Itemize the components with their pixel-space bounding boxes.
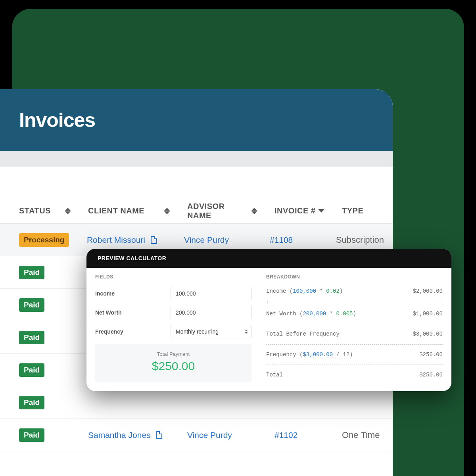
cell-type: One Time xyxy=(333,430,393,440)
advisor-link[interactable]: Vince Purdy xyxy=(187,430,232,440)
table-row[interactable]: Paid xyxy=(0,386,393,419)
column-header-client[interactable]: CLIENT NAME xyxy=(79,206,178,215)
column-header-type[interactable]: TYPE xyxy=(333,206,393,215)
column-label: TYPE xyxy=(342,206,363,215)
status-badge: Paid xyxy=(19,298,44,312)
breakdown-var: 100,000 xyxy=(293,288,316,294)
status-badge: Paid xyxy=(19,266,44,279)
breakdown-result: $3,000.00 xyxy=(413,330,443,338)
divider xyxy=(266,365,443,365)
breakdown-result: $250.00 xyxy=(419,350,443,359)
column-label: ADVISOR NAME xyxy=(187,202,248,220)
total-payment-amount: $250.00 xyxy=(95,359,251,373)
total-payment-label: Total Payment xyxy=(95,351,251,357)
cell-client: Robert Missouri xyxy=(78,235,175,245)
cell-status: Paid xyxy=(0,363,79,377)
networth-field-row: Net Worth xyxy=(95,306,251,319)
breakdown-result: $1,000.00 xyxy=(413,309,443,318)
breakdown-networth-row: Net Worth (200,000 * 0.005) $1,000.00 xyxy=(266,309,443,318)
breakdown-var: $3,000.00 xyxy=(303,351,333,358)
breakdown-total-row: Total $250.00 xyxy=(266,370,443,379)
frequency-field-row: Frequency Monthly recurring xyxy=(95,325,251,338)
status-badge: Processing xyxy=(19,233,69,247)
invoice-link[interactable]: #1108 xyxy=(270,235,293,244)
status-badge: Paid xyxy=(19,428,44,442)
breakdown-section-label: BREAKDOWN xyxy=(266,274,443,280)
divider xyxy=(266,324,443,324)
type-text: Subscription xyxy=(336,235,384,245)
breakdown-income-row: Income (100,000 * 0.02) $2,000.00 xyxy=(266,287,443,296)
cell-status: Processing xyxy=(0,233,78,247)
spacer xyxy=(0,167,393,198)
cell-invoice: #1108 xyxy=(261,235,327,245)
breakdown-mult: 0.02 xyxy=(326,288,340,294)
sort-icon xyxy=(65,208,71,214)
invoice-link[interactable]: #1102 xyxy=(274,430,298,440)
table-header-row: STATUS CLIENT NAME ADVISOR NAME INVOICE … xyxy=(0,198,393,224)
sort-icon xyxy=(251,208,257,214)
breakdown-result: $250.00 xyxy=(419,370,443,379)
document-icon[interactable] xyxy=(151,236,157,244)
cell-status: Paid xyxy=(0,298,79,312)
cell-advisor: Vince Purdy xyxy=(175,235,261,245)
toolbar-band xyxy=(0,151,393,167)
fields-panel: FIELDS Income Net Worth Frequency Monthl… xyxy=(95,274,258,382)
client-link[interactable]: Robert Missouri xyxy=(87,235,145,244)
networth-input[interactable] xyxy=(171,306,251,319)
status-badge: Paid xyxy=(19,363,44,377)
income-input[interactable] xyxy=(171,287,251,300)
divider xyxy=(266,344,443,345)
income-label: Income xyxy=(95,290,171,297)
advisor-link[interactable]: Vince Purdy xyxy=(184,235,229,244)
status-badge: Paid xyxy=(19,331,44,344)
income-field-row: Income xyxy=(95,287,251,300)
breakdown-frequency-row: Frequency ($3,000.00 / 12) $250.00 xyxy=(266,350,443,359)
cell-status: Paid xyxy=(0,396,79,409)
frequency-select[interactable]: Monthly recurring xyxy=(171,325,251,338)
client-link[interactable]: Samantha Jones xyxy=(88,430,151,440)
cell-status: Paid xyxy=(0,266,79,279)
frequency-value: Monthly recurring xyxy=(176,328,219,335)
cell-advisor: Vince Purdy xyxy=(178,430,266,440)
calculator-title: PREVIEW CALCULATOR xyxy=(98,255,166,261)
type-text: One Time xyxy=(342,430,380,440)
sort-desc-icon xyxy=(318,209,324,213)
cell-client: Samantha Jones xyxy=(79,430,178,440)
total-payment-box: Total Payment $250.00 xyxy=(95,344,251,382)
column-label: CLIENT NAME xyxy=(88,206,144,215)
fields-section-label: FIELDS xyxy=(95,274,251,280)
page-title: Invoices xyxy=(19,109,95,132)
table-row[interactable]: Paid Samantha Jones Vince Purdy #1102 On… xyxy=(0,419,393,451)
cell-status: Paid xyxy=(0,331,79,344)
column-header-invoice[interactable]: INVOICE # xyxy=(266,206,333,215)
networth-label: Net Worth xyxy=(95,309,171,316)
select-arrows-icon xyxy=(245,330,248,334)
cell-invoice: #1102 xyxy=(266,430,333,440)
column-header-advisor[interactable]: ADVISOR NAME xyxy=(178,202,266,220)
preview-calculator-modal: PREVIEW CALCULATOR FIELDS Income Net Wor… xyxy=(86,249,451,391)
invoices-header: Invoices xyxy=(0,89,393,151)
frequency-label: Frequency xyxy=(95,328,171,335)
column-label: INVOICE # xyxy=(274,206,315,215)
cell-status: Paid xyxy=(0,428,79,442)
column-header-status[interactable]: STATUS xyxy=(0,206,79,215)
breakdown-mult: 0.005 xyxy=(336,311,353,317)
status-badge: Paid xyxy=(19,396,44,409)
breakdown-beforefreq-row: Total Before Frequency $3,000.00 xyxy=(266,330,443,338)
breakdown-plus-row: + + xyxy=(266,298,443,307)
sort-icon xyxy=(164,208,170,214)
breakdown-text: Income ( xyxy=(266,288,293,294)
calculator-header: PREVIEW CALCULATOR xyxy=(86,249,451,268)
breakdown-var: 200,000 xyxy=(303,311,326,317)
breakdown-panel: BREAKDOWN Income (100,000 * 0.02) $2,000… xyxy=(258,274,443,382)
column-label: STATUS xyxy=(19,206,51,215)
breakdown-result: $2,000.00 xyxy=(413,287,443,296)
cell-type: Subscription xyxy=(327,235,393,245)
document-icon[interactable] xyxy=(156,431,162,439)
calculator-body: FIELDS Income Net Worth Frequency Monthl… xyxy=(86,268,451,391)
